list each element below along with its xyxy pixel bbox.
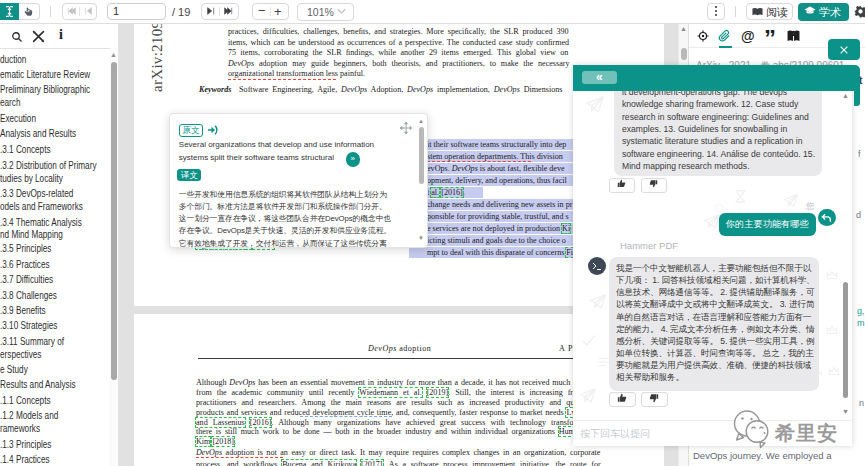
svg-text:希里安: 希里安 xyxy=(774,422,838,444)
